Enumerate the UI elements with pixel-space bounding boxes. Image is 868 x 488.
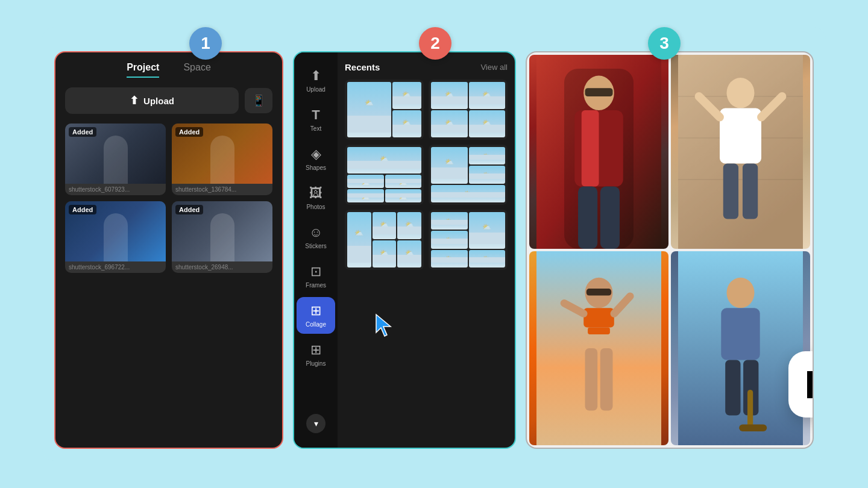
collage-template[interactable]	[429, 210, 508, 270]
result-photo-2	[671, 55, 810, 249]
sidebar: ⬆ Upload T Text ◈ Shapes 🖼 Photos ☺ Stic…	[294, 52, 338, 448]
photos-icon: 🖼	[309, 186, 322, 201]
sidebar-label: Upload	[306, 86, 326, 93]
svg-rect-7	[585, 88, 613, 96]
sidebar-item-photos[interactable]: 🖼 Photos	[297, 180, 335, 216]
recents-header: Recents View all	[345, 62, 508, 72]
svg-rect-22	[583, 308, 614, 327]
step-badge-2: 2	[419, 27, 451, 60]
svg-rect-16	[743, 164, 758, 219]
list-item[interactable]: Added shutterstock_26948...	[172, 201, 272, 273]
upload-icon: ⬆	[130, 94, 139, 107]
tab-space[interactable]: Space	[183, 62, 210, 78]
panel-project: Project Space ⬆ Upload 📱 Added shutterst…	[54, 51, 283, 449]
device-button[interactable]: 📱	[245, 88, 272, 113]
list-item[interactable]: Added shutterstock_607923...	[65, 124, 166, 195]
list-item[interactable]: Added shutterstock_696722...	[65, 201, 166, 273]
frames-icon: ⊡	[310, 264, 321, 280]
sidebar-label: Collage	[306, 321, 326, 328]
photo-filename: shutterstock_607923...	[65, 184, 166, 195]
sidebar-more-button[interactable]: ▾	[306, 414, 326, 433]
upload-button[interactable]: ⬆ Upload	[65, 87, 239, 114]
step-number-2: 2	[430, 34, 440, 53]
sidebar-item-upload[interactable]: ⬆ Upload	[297, 62, 335, 99]
chevron-down-icon: ▾	[314, 419, 318, 428]
added-badge: Added	[175, 205, 203, 214]
added-badge: Added	[175, 127, 203, 137]
svg-point-13	[727, 78, 755, 108]
svg-rect-31	[725, 360, 740, 416]
upload-label: Upload	[143, 96, 174, 106]
stickers-icon: ☺	[309, 225, 322, 240]
list-item[interactable]: Added shutterstock_136784...	[172, 124, 272, 195]
svg-rect-6	[600, 187, 620, 249]
view-all-link[interactable]: View all	[480, 63, 508, 72]
photo-grid: Added shutterstock_607923... Added shutt…	[65, 124, 272, 273]
svg-rect-5	[578, 187, 597, 249]
added-badge: Added	[69, 205, 96, 214]
main-container: 1 2 3 Project Space ⬆ Upload 📱 Added	[42, 27, 826, 461]
svg-rect-23	[588, 328, 610, 335]
svg-rect-4	[582, 110, 599, 187]
sidebar-item-stickers[interactable]: ☺ Stickers	[297, 219, 335, 255]
result-photo-3	[529, 251, 668, 445]
sidebar-label: Frames	[306, 282, 326, 289]
result-photo-4	[671, 251, 810, 445]
text-icon: T	[312, 107, 319, 123]
sidebar-label: Shapes	[306, 164, 326, 171]
collage-templates-grid	[345, 80, 508, 270]
panel-collage: ⬆ Upload T Text ◈ Shapes 🖼 Photos ☺ Stic…	[293, 51, 516, 449]
result-photo-1	[529, 55, 668, 249]
collage-template[interactable]	[345, 210, 424, 270]
step-badge-3: 3	[648, 27, 681, 60]
collage-main: Recents View all	[338, 52, 515, 448]
sidebar-item-shapes[interactable]: ◈ Shapes	[297, 140, 335, 177]
svg-rect-34	[739, 425, 767, 432]
svg-point-29	[727, 278, 755, 308]
collage-template[interactable]	[429, 80, 508, 140]
svg-rect-21	[587, 289, 611, 296]
upload-icon: ⬆	[310, 68, 321, 84]
sidebar-item-text[interactable]: T Text	[297, 101, 335, 138]
collage-template[interactable]	[345, 145, 424, 205]
app-icon	[788, 351, 814, 418]
recents-title: Recents	[345, 62, 380, 72]
sidebar-label: Text	[310, 125, 321, 132]
photo-filename: shutterstock_136784...	[172, 184, 272, 195]
svg-rect-24	[585, 348, 598, 411]
svg-rect-14	[720, 108, 761, 164]
sidebar-item-collage[interactable]: ⊞ Collage	[297, 297, 335, 334]
plugins-icon: ⊞	[310, 342, 321, 358]
step-badge-1: 1	[189, 27, 222, 60]
photo-filename: shutterstock_696722...	[65, 261, 166, 273]
photo-filename: shutterstock_26948...	[172, 261, 272, 273]
sidebar-item-plugins[interactable]: ⊞ Plugins	[297, 336, 335, 373]
shapes-icon: ◈	[311, 146, 321, 162]
device-icon: 📱	[252, 95, 265, 107]
step-number-3: 3	[659, 34, 669, 53]
tab-project[interactable]: Project	[127, 62, 159, 78]
panel-result	[526, 51, 814, 449]
sidebar-label: Plugins	[306, 360, 326, 367]
step-number-1: 1	[201, 34, 210, 53]
svg-rect-15	[723, 164, 738, 219]
collage-template[interactable]	[429, 145, 508, 205]
sidebar-label: Stickers	[305, 243, 327, 249]
sidebar-item-frames[interactable]: ⊡ Frames	[297, 258, 335, 295]
collage-icon: ⊞	[310, 303, 321, 319]
added-badge: Added	[69, 127, 96, 137]
upload-row: ⬆ Upload 📱	[65, 87, 272, 114]
svg-rect-25	[600, 348, 613, 411]
collage-template[interactable]	[345, 80, 424, 140]
svg-rect-30	[721, 308, 760, 360]
sidebar-label: Photos	[306, 204, 325, 210]
tab-bar: Project Space	[65, 62, 272, 78]
